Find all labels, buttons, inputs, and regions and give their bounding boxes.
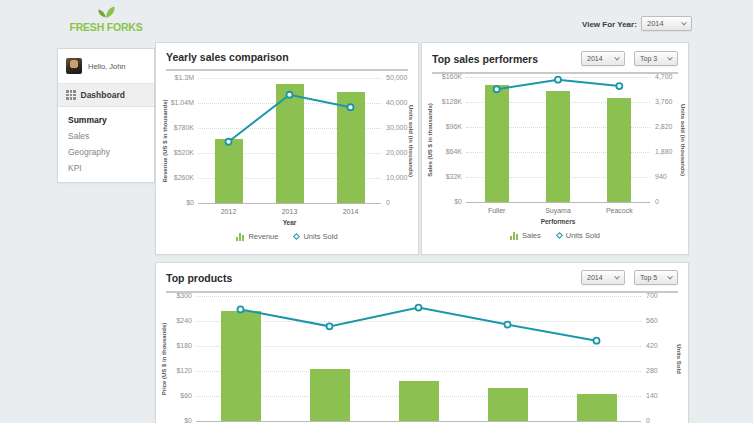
sidebar-item-dashboard[interactable]: Dashboard [58, 84, 154, 107]
x-axis-line [198, 203, 381, 204]
x-category-label: Peacock [589, 207, 649, 214]
x-category-label: 2013 [260, 208, 320, 215]
gridline [466, 77, 650, 78]
year-dropdown[interactable]: 2014 [641, 16, 692, 31]
left-axis-title: Sales (US $ in thousands) [424, 77, 436, 202]
x-category-label: 2014 [321, 208, 381, 215]
x-axis-title: Performers [466, 218, 650, 225]
chevron-down-icon [681, 19, 687, 25]
leaf-icon [95, 5, 117, 18]
x-axis-line [466, 202, 650, 203]
gridline [198, 78, 381, 79]
right-tick-label: 280 [646, 367, 658, 375]
product-bar [488, 388, 528, 421]
left-tick-label: $64K [424, 148, 462, 156]
right-tick-label: 40,000 [386, 99, 407, 107]
left-tick-label: $1.04M [156, 99, 194, 107]
x-category-label: Fuller [467, 207, 527, 214]
legend-item-units-sold: Units Sold [294, 232, 337, 241]
sidebar-item-kpi[interactable]: KPI [58, 160, 154, 176]
left-tick-label: $180 [154, 342, 192, 350]
x-axis-line [196, 421, 641, 422]
left-tick-label: $240 [154, 317, 192, 325]
legend-item-units-sold: Units Sold [557, 231, 600, 240]
right-tick-label: 0 [386, 199, 390, 207]
panel-yearly-sales-comparison: Yearly sales comparison Revenue (US $ in… [155, 42, 419, 255]
right-tick-label: 50,000 [386, 74, 407, 82]
left-tick-label: $260K [156, 174, 194, 182]
gridline [196, 371, 641, 372]
product-bar [310, 369, 350, 421]
right-tick-label: 2,820 [655, 123, 673, 131]
panel-top-products: Top products 2014 Top 5 Price (US $ in t… [155, 262, 689, 423]
top-performers-chart: Sales (US $ in thousands) Units sold (in… [422, 43, 688, 254]
left-tick-label: $60 [154, 392, 192, 400]
product-bar [399, 381, 439, 421]
legend-item-sales: Sales [510, 231, 541, 240]
left-tick-label: $1.3M [156, 74, 194, 82]
right-tick-label: 940 [655, 173, 667, 181]
yearly-sales-chart: Revenue (US $ in thousands) Units sold (… [156, 43, 418, 254]
view-for-year-label: View For Year: [582, 20, 637, 29]
year-dropdown-value: 2014 [647, 19, 664, 28]
sidebar: Hello, John Dashboard Summary Sales Geog… [57, 48, 155, 183]
right-tick-label: 20,000 [386, 149, 407, 157]
product-bar [577, 394, 617, 421]
x-category-label: Suyama [528, 207, 588, 214]
dashboard-grid-icon [66, 90, 76, 100]
gridline [196, 321, 641, 322]
right-axis-title: Units sold (in thousands) [677, 77, 689, 202]
right-tick-label: 10,000 [386, 174, 407, 182]
left-tick-label: $96K [424, 123, 462, 131]
left-axis-title: Price (US $ in thousands) [158, 296, 170, 421]
gridline [196, 296, 641, 297]
left-axis-title: Revenue (US $ in thousands) [158, 78, 170, 203]
right-tick-label: 3,760 [655, 98, 673, 106]
left-tick-label: $520K [156, 149, 194, 157]
bar-chart-legend-icon [236, 233, 244, 241]
right-tick-label: 0 [655, 198, 659, 206]
revenue-bar [337, 92, 365, 203]
sidebar-item-geography[interactable]: Geography [58, 144, 154, 160]
top-products-chart: Price (US $ in thousands) Units Sold $00… [156, 263, 688, 423]
chart-legend: Sales Units Sold [422, 231, 688, 240]
user-greeting: Hello, John [88, 62, 126, 71]
diamond-legend-icon [556, 232, 563, 239]
x-category-label: 2012 [199, 208, 259, 215]
avatar [66, 58, 82, 74]
revenue-bar [215, 139, 243, 203]
sales-bar [607, 98, 631, 202]
right-axis-title: Units sold (in thousands) [405, 78, 417, 203]
right-tick-label: 4,700 [655, 73, 673, 81]
dashboard-label: Dashboard [81, 90, 125, 100]
right-tick-label: 560 [646, 317, 658, 325]
panel-top-sales-performers: Top sales performers 2014 Top 3 Sales (U… [421, 42, 689, 255]
right-axis-title: Units Sold [673, 296, 685, 421]
legend-item-revenue: Revenue [236, 232, 278, 241]
sales-bar [546, 91, 570, 202]
right-tick-label: 140 [646, 392, 658, 400]
left-tick-label: $0 [156, 199, 194, 207]
revenue-bar [276, 84, 304, 203]
x-axis-title: Year [198, 219, 381, 226]
sidebar-item-sales[interactable]: Sales [58, 128, 154, 144]
sales-bar [485, 85, 509, 202]
chart-legend: Revenue Units Sold [156, 232, 418, 241]
left-tick-label: $780K [156, 124, 194, 132]
product-bar [221, 311, 261, 421]
sidebar-item-summary[interactable]: Summary [58, 112, 154, 128]
left-tick-label: $120 [154, 367, 192, 375]
gridline [196, 346, 641, 347]
right-tick-label: 0 [646, 417, 650, 423]
fresh-forks-logo: FRESH FORKS [57, 4, 155, 33]
sidebar-nav: Summary Sales Geography KPI [58, 107, 154, 182]
left-tick-label: $300 [154, 292, 192, 300]
left-tick-label: $0 [154, 417, 192, 423]
user-profile: Hello, John [58, 49, 154, 84]
right-tick-label: 1,880 [655, 148, 673, 156]
right-tick-label: 30,000 [386, 124, 407, 132]
bar-chart-legend-icon [510, 232, 518, 240]
left-tick-label: $160K [424, 73, 462, 81]
diamond-legend-icon [293, 233, 300, 240]
right-tick-label: 420 [646, 342, 658, 350]
